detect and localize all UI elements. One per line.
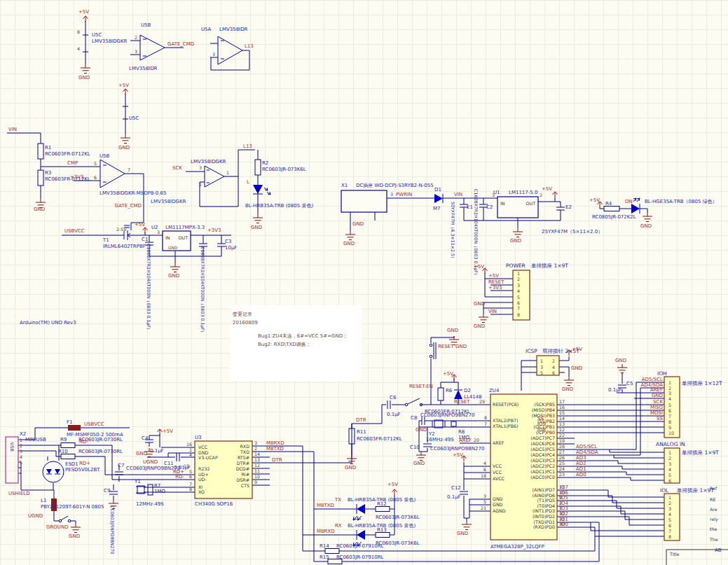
part-number: CH340G SOP16 <box>195 501 233 507</box>
pin-number: 3 <box>390 192 393 197</box>
pin-name: GND <box>493 496 503 501</box>
net-label: RESET <box>454 399 470 405</box>
pin-number: 17 <box>559 399 565 404</box>
ref-des: C5 <box>626 381 633 386</box>
gnd-symbol <box>416 452 426 461</box>
ref-des: C9 <box>104 488 110 494</box>
led-l-section: R2 RC0603JR-073K6L L BL-HRB35A-TRB (0805… <box>245 160 313 230</box>
header-pin: 5 <box>668 473 671 477</box>
pin-name: RI# <box>241 472 249 477</box>
resistor-r1 <box>38 144 43 159</box>
pin-name: DSR# <box>237 477 250 482</box>
pin-name: VCC <box>198 445 208 449</box>
net-label: GND <box>345 465 356 470</box>
pin-number: 2 <box>254 446 257 451</box>
resistor-r3 <box>38 170 43 186</box>
ref-des: C1 <box>142 237 148 242</box>
led-rx-icon <box>357 530 365 540</box>
pin-name: XO <box>198 489 205 494</box>
part-number: 25YXF47M（5×11×2.0） <box>542 229 603 235</box>
resistor-r2 <box>255 160 261 175</box>
net-label: GND <box>615 358 626 363</box>
switch-contact <box>405 403 408 406</box>
note-bug1: Bug1:ZU4未连，6#=VCC 5#=GND； <box>258 333 348 339</box>
pin-number: 19 <box>559 438 565 443</box>
pin-number: 18 <box>481 473 486 478</box>
net-label: IO3 <box>560 505 568 511</box>
pin-number: 5 <box>189 469 192 474</box>
pin-number: 23 <box>559 472 565 477</box>
ref-des: R3 <box>45 170 51 176</box>
header-pin: 8 <box>668 419 671 424</box>
net-label: SCK <box>653 399 663 405</box>
pin-number: 12 <box>254 463 260 468</box>
pin-number: 25 <box>559 461 565 466</box>
net-label: AD4/SDA <box>576 449 598 455</box>
ref-des: E2 <box>565 204 572 210</box>
net-label: RX <box>335 523 342 529</box>
ref-des: R11 <box>357 429 366 435</box>
crystal-y2-icon <box>434 420 443 428</box>
pin-name: RESET(PC6) <box>493 402 518 407</box>
button-contact <box>430 344 432 347</box>
led-tx-arrows <box>353 504 362 520</box>
pin-name: VCC <box>493 463 502 468</box>
resistor-r10 <box>61 454 75 459</box>
part-number: IRLML6402TRPBF <box>103 244 146 249</box>
net-label: GND <box>34 207 45 212</box>
resistor-r8 <box>451 421 456 426</box>
net-label: +3V3 <box>207 228 221 233</box>
ref-des: D2 <box>464 388 471 393</box>
net-label: GND <box>447 328 458 333</box>
header-type: 单排插座 1×12T <box>682 380 722 386</box>
fuse-f1-icon <box>68 425 81 431</box>
net-label: GND <box>474 323 485 329</box>
pin-number: 6 <box>189 474 192 479</box>
header-name: ICSP <box>526 348 537 354</box>
gnd-symbol <box>513 228 523 237</box>
net-label: USBVCC <box>84 421 104 427</box>
ref-des: R12 <box>377 501 387 507</box>
icsp-section: ICSP 双排插针 2×5T 1 2 3 4 5 6 +5V GND GND G… <box>526 347 633 393</box>
pin-name: (ADC7)PC7 <box>530 435 555 440</box>
ref-des: R9 <box>60 437 67 442</box>
power-input-section: X1 DC插座 WD-DCPJ-S3RYB2-N-055 3 PWRIN GND… <box>341 183 717 277</box>
regulator-u1 <box>497 197 538 218</box>
power-arrow <box>143 228 148 233</box>
part-number: BL-HGE35A-TRB（0805 绿色） <box>645 199 717 204</box>
cap-c6-icon <box>387 400 390 409</box>
led-on-icon <box>631 204 640 214</box>
net-label: RESET <box>488 279 504 285</box>
header-pin: 5 <box>517 295 520 300</box>
header-pin: 8 <box>668 534 671 539</box>
pin-name: (ADC2)PC2 <box>530 463 555 468</box>
net-label: MISO <box>650 405 664 410</box>
button-contact <box>430 355 432 358</box>
net-label: L13 <box>245 43 254 49</box>
part-number: RC0603FR-0712KL <box>357 436 402 442</box>
gnd-symbol <box>643 213 652 222</box>
pin-name: OUT <box>179 235 188 240</box>
pin-number: 7 <box>189 482 192 487</box>
net-label: IO9 <box>537 421 546 427</box>
net-label: M8RXD <box>317 529 335 534</box>
reset-button-icon <box>434 342 436 359</box>
part-number: ATMEGA328P_32LQFP <box>490 544 544 550</box>
gnd-symbol <box>617 364 627 373</box>
header-pin: 2 <box>668 501 671 505</box>
ref-des: U3 <box>195 435 202 440</box>
schematic-svg: +5V U5C LMV358IDGKR 8 4 GND U5B 2 3 GATE… <box>0 0 728 565</box>
header-pin: 6 <box>668 408 671 413</box>
ref-des: R8 <box>458 429 465 435</box>
pin-number: 27 <box>559 449 565 454</box>
gnd-symbol <box>71 524 81 533</box>
pin-name: OUT <box>526 201 536 206</box>
pin-number: 26 <box>559 455 565 460</box>
pin-name: (AIN1)PD7 <box>533 487 555 492</box>
part-number: LM1117MPX-3.3 <box>165 225 205 230</box>
note-fragment: RE <box>710 497 715 502</box>
opamp-u5b-top <box>140 35 165 60</box>
pin-number: 28 <box>559 444 565 449</box>
net-label: L <box>247 179 249 185</box>
header-pin: 4 <box>668 512 671 517</box>
